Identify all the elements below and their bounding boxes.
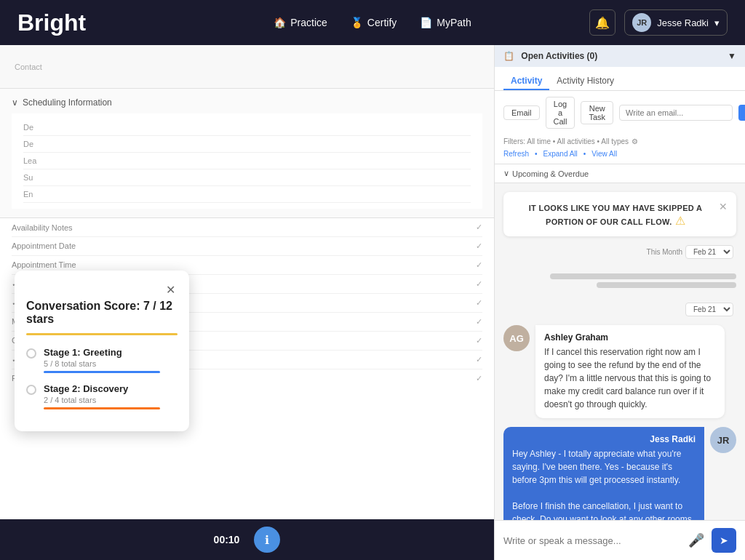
info-icon: ℹ [265, 533, 269, 547]
check-icon: ✓ [476, 374, 482, 383]
customer-name: Ashley Graham [544, 332, 716, 343]
certify-icon: 🏅 [351, 17, 363, 28]
view-all-link[interactable]: View All [591, 150, 617, 158]
info-button[interactable]: ℹ [254, 527, 280, 553]
check-icon: ✓ [476, 317, 482, 327]
form-row: Lea [23, 153, 471, 169]
de-label: De [23, 123, 45, 132]
notifications-button[interactable]: 🔔 [589, 9, 615, 36]
crm-top-bar: Contact [0, 45, 494, 89]
scheduling-form: De De Lea Su En [12, 113, 482, 209]
stage-2-radio [26, 385, 36, 395]
stage-1-bar [44, 371, 160, 373]
warning-icon: ⚠ [675, 215, 685, 227]
score-title: Conversation Score: 7 / 12 stars [26, 300, 178, 326]
close-warning-button[interactable]: ✕ [719, 201, 728, 212]
bell-icon: 🔔 [595, 16, 610, 30]
stage-1-score: 5 / 8 total stars [44, 359, 160, 368]
stage-2-item: Stage 2: Discovery 2 / 4 total stars [26, 383, 178, 409]
send-button[interactable]: ➤ [712, 528, 736, 553]
contact-label: Contact [15, 63, 42, 71]
tab-activity-history[interactable]: Activity History [549, 73, 621, 90]
form-row: De [23, 119, 471, 136]
stage-2-info: Stage 2: Discovery 2 / 4 total stars [44, 383, 160, 409]
customer-chat-content: Ashley Graham If I cancel this reservati… [535, 325, 725, 418]
score-popup: ✕ Conversation Score: 7 / 12 stars Stage… [15, 271, 189, 431]
check-icon: ✓ [476, 223, 482, 232]
mypath-icon: 📄 [420, 17, 432, 28]
chat-input-bar: 🎤 ➤ [495, 520, 745, 560]
availability-label: Availability Notes [12, 223, 73, 232]
expand-all-link[interactable]: Expand All [543, 150, 578, 158]
check-icon: ✓ [476, 336, 482, 345]
crm-links: Refresh • Expand All • View All [495, 148, 745, 164]
scheduling-header[interactable]: ∨ Scheduling Information [12, 97, 482, 108]
placeholder-bars [503, 268, 736, 294]
agent-chat-content: Jess Radki Hey Ashley - I totally apprec… [503, 427, 704, 520]
customer-message: If I cancel this reservation right now a… [544, 345, 716, 411]
user-menu-button[interactable]: JR Jesse Radki ▾ [624, 9, 728, 36]
check-icon: ✓ [476, 355, 482, 364]
timer-display: 00:10 [214, 534, 240, 545]
stage-1-name: Stage 1: Greeting [44, 347, 160, 358]
compose-button[interactable]: Compose [738, 105, 745, 121]
check-icon: ✓ [476, 260, 482, 270]
chat-area[interactable]: IT LOOKS LIKE YOU MAY HAVE SKIPPED A POR… [495, 183, 745, 520]
microphone-button[interactable]: 🎤 [688, 532, 704, 548]
close-button[interactable]: ✕ [163, 282, 178, 297]
email-button[interactable]: Email [503, 105, 540, 120]
chat-input[interactable] [503, 535, 681, 546]
log-call-button[interactable]: Log a Call [546, 97, 575, 129]
crm-actions: Email Log a Call New Task Compose [495, 91, 745, 135]
avatar: JR [632, 13, 651, 32]
form-row-availability: Availability Notes ✓ [12, 218, 482, 237]
popup-header: ✕ [26, 282, 178, 297]
stage-1-info: Stage 1: Greeting 5 / 8 total stars [44, 347, 160, 373]
nav-right: 🔔 JR Jesse Radki ▾ [589, 9, 728, 36]
activities-icon: 📋 [503, 51, 514, 61]
chevron-down-icon: ▾ [714, 17, 720, 28]
left-panel: Contact ∨ Scheduling Information De De L… [0, 45, 495, 560]
refresh-link[interactable]: Refresh [503, 150, 529, 158]
date-select-1[interactable]: Feb 21 [685, 245, 733, 259]
score-progress-bar [26, 333, 178, 335]
microphone-icon: 🎤 [688, 533, 704, 548]
nav-practice[interactable]: 🏠 Practice [274, 17, 327, 28]
form-row: En [23, 186, 471, 203]
compose-input[interactable] [619, 105, 733, 121]
nav-certify[interactable]: 🏅 Certify [351, 17, 397, 28]
date-select-2[interactable]: Feb 21 [685, 303, 733, 316]
en-label: En [23, 190, 45, 199]
chevron-down-icon: ∨ [12, 97, 18, 108]
date-row-2: Feb 21 [503, 303, 736, 316]
crm-filters: Filters: All time • All activities • All… [495, 135, 745, 148]
stage-2-score: 2 / 4 total stars [44, 396, 160, 404]
agent-message: Hey Ashley - I totally appreciate what y… [512, 447, 696, 520]
nav-links: 🏠 Practice 🏅 Certify 📄 MyPath [274, 17, 471, 28]
app-logo: Bright [17, 9, 86, 36]
crm-widget: 📋 Open Activities (0) ▼ Activity Activit… [495, 45, 745, 183]
gear-icon[interactable]: ⚙ [632, 137, 638, 145]
main-layout: Contact ∨ Scheduling Information De De L… [0, 45, 745, 560]
skipped-warning: IT LOOKS LIKE YOU MAY HAVE SKIPPED A POR… [503, 192, 736, 236]
agent-chat-bubble: Jess Radki Hey Ashley - I totally apprec… [503, 427, 736, 520]
bottom-timer-bar: 00:10 ℹ [0, 519, 494, 560]
appt-time-label: Appointment Time [12, 260, 76, 270]
agent-name: Jess Radki [512, 434, 696, 444]
new-task-button[interactable]: New Task [581, 101, 613, 124]
send-icon: ➤ [720, 535, 728, 546]
form-row: Su [23, 169, 471, 186]
dropdown-icon[interactable]: ▼ [728, 51, 736, 61]
lea-label: Lea [23, 156, 45, 165]
form-row-appt-date: Appointment Date ✓ [12, 237, 482, 256]
nav-mypath[interactable]: 📄 MyPath [420, 17, 471, 28]
check-icon: ✓ [476, 241, 482, 251]
form-row: De [23, 136, 471, 153]
customer-avatar: AG [503, 325, 530, 351]
crm-widget-header: 📋 Open Activities (0) ▼ [495, 45, 745, 67]
top-navigation: Bright 🏠 Practice 🏅 Certify 📄 MyPath 🔔 J… [0, 0, 745, 45]
upcoming-overdue-header: ∨ Upcoming & Overdue [495, 164, 745, 183]
crm-tabs: Activity Activity History [495, 67, 745, 91]
tab-activity[interactable]: Activity [503, 73, 549, 90]
home-icon: 🏠 [274, 17, 286, 28]
